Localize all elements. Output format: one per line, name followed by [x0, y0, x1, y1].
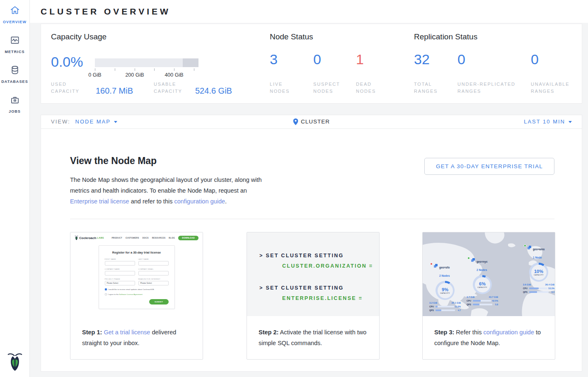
- sql-commands-illustration: > SET CLUSTER SETTING CLUSTER.ORGANIZATI…: [247, 232, 379, 316]
- unavailable-ranges-value: 0: [531, 51, 539, 68]
- gauge-tick: [135, 68, 135, 71]
- capacity-gauge-reserved-segment: [183, 58, 198, 67]
- node-map-heading: View the Node Map: [70, 155, 157, 167]
- nodes-cube-icon: [434, 262, 438, 270]
- live-nodes-value: 3: [270, 51, 278, 68]
- nodes-cube-icon: [528, 244, 532, 251]
- sidebar-item-overview[interactable]: OVERVIEW: [0, 5, 30, 24]
- license-agreement-link: Software License Agreement.: [119, 293, 143, 295]
- site-nav-item: CUSTOMERS: [126, 237, 139, 239]
- time-range-dropdown[interactable]: LAST 10 MIN: [524, 115, 572, 128]
- capacity-label: CAPACITY: [440, 292, 450, 294]
- locality-node-count: 2 Nodes: [439, 274, 450, 277]
- select-input: Please Select: [138, 281, 169, 285]
- under-replicated-ranges-label: UNDER-REPLICATED RANGES: [457, 81, 526, 95]
- cpu-label: CPU: [429, 305, 435, 308]
- warning-dot-icon: [430, 263, 433, 265]
- step2-caption: Step 2: Activate the trial license with …: [259, 327, 369, 348]
- select-input: Please Select: [105, 281, 135, 285]
- get-trial-license-link[interactable]: Get a trial license: [104, 329, 150, 336]
- capacity-label: CAPACITY: [534, 274, 544, 276]
- description-text: The Node Map shows the geographical layo…: [70, 176, 262, 194]
- used-capacity-label: USED CAPACITY: [51, 81, 89, 95]
- field-label: COMPANY NAME: [105, 268, 135, 270]
- live-nodes-label: LIVE NODES: [270, 81, 299, 95]
- configuration-guide-link[interactable]: configuration guide: [483, 329, 534, 336]
- cockroach-labs-logo-icon: [75, 235, 78, 240]
- qps-value: 5.8: [493, 303, 498, 306]
- total-capacity: 35.1 GiB: [452, 302, 461, 304]
- sql-setting: ENTERPRISE.LICENSE =: [282, 293, 379, 304]
- chevron-down-icon: [569, 121, 572, 123]
- capacity-percent: 6%: [479, 281, 486, 286]
- gauge-tick: [115, 68, 115, 71]
- suspect-nodes-label: SUSPECT NODES: [313, 81, 348, 95]
- locality-name: geo=ams: [533, 248, 544, 251]
- used-capacity: 3.7 GiB: [467, 296, 474, 298]
- metrics-icon: [10, 35, 20, 47]
- get-enterprise-trial-button[interactable]: GET A 30-DAY ENTERPRISE TRIAL: [424, 158, 554, 175]
- dead-nodes-label: DEAD NODES: [356, 81, 385, 95]
- capacity-usage-title: Capacity Usage: [51, 32, 106, 41]
- step1-card: Cockroach LABS PRODUCT CUSTOMERS DOCS RE…: [70, 232, 203, 360]
- time-range-value: LAST 10 MIN: [524, 118, 565, 125]
- text-input: [138, 271, 169, 276]
- capacity-donut: 10%CAPACITY: [529, 263, 548, 282]
- total-capacity: 43.7 GiB: [489, 296, 498, 298]
- cpu-value: 53.3%: [548, 287, 554, 290]
- qps-label: QPS: [523, 291, 528, 293]
- chevron-down-icon: [114, 121, 117, 123]
- sql-setting: CLUSTER.ORGANIZATION =: [282, 261, 379, 271]
- divider: [70, 219, 554, 219]
- view-dropdown[interactable]: NODE MAP: [75, 118, 111, 125]
- total-ranges-value: 32: [414, 51, 430, 68]
- sidebar-item-databases[interactable]: DATABASES: [0, 65, 30, 84]
- locality-name: geo=nyc: [477, 260, 488, 263]
- description-text: and refer to this: [129, 198, 174, 205]
- capacity-percent: 10%: [534, 269, 543, 274]
- sql-prompt: >: [259, 285, 264, 291]
- site-nav-item: DOCS: [143, 237, 149, 239]
- description-text: .: [225, 198, 227, 205]
- enterprise-trial-license-link[interactable]: Enterprise trial license: [70, 198, 129, 205]
- field-label: LAST NAME: [138, 258, 169, 260]
- field-label: COMPANY EMAIL: [138, 268, 169, 270]
- qps-label: QPS: [429, 309, 435, 312]
- locality-widget-nyc: geo=nyc2 Nodes 6%CAPACITY 3.7 GiB43.7 Gi…: [466, 256, 499, 306]
- labs-wordmark: LABS: [97, 237, 104, 239]
- sql-prompt: >: [259, 253, 264, 259]
- node-map-description: The Node Map shows the geographical layo…: [70, 174, 265, 207]
- gauge-tick-label: 200 GiB: [121, 72, 148, 78]
- healthy-dot-icon: [524, 244, 526, 247]
- field-label: PROJECT PHASE: [105, 278, 135, 280]
- cpu-value: 11.0%: [455, 305, 461, 308]
- site-nav-item: BLOG: [169, 237, 175, 239]
- total-ranges-label: TOTAL RANGES: [414, 81, 447, 95]
- text-input: [138, 261, 169, 266]
- home-icon: [10, 5, 20, 17]
- unavailable-ranges-label: UNAVAILABLE RANGES: [531, 81, 581, 95]
- under-replicated-ranges-value: 0: [457, 51, 465, 68]
- checkbox-label: I agree to the: [108, 293, 119, 295]
- used-capacity-value: 160.7 MiB: [96, 86, 133, 96]
- trial-registration-form: Register for a 30-day trial license FIRS…: [99, 245, 175, 309]
- capacity-percent: 0.0%: [51, 54, 83, 70]
- sidebar-item-metrics[interactable]: METRICS: [0, 35, 30, 54]
- node-status-title: Node Status: [270, 32, 313, 41]
- sidebar-item-jobs[interactable]: JOBS: [0, 94, 30, 114]
- total-capacity: 36.4 GiB: [545, 283, 554, 286]
- step2-card: > SET CLUSTER SETTING CLUSTER.ORGANIZATI…: [247, 232, 380, 360]
- step3-caption: Step 3: Refer this configuration guide t…: [434, 327, 545, 348]
- gauge-tick: [95, 68, 95, 71]
- locality-node-count: 1 Node: [533, 256, 542, 259]
- checkbox-checked: [105, 288, 107, 290]
- sql-command: SET CLUSTER SETTING: [266, 253, 344, 259]
- view-bar: VIEW:NODE MAP CLUSTER LAST 10 MIN: [41, 115, 582, 129]
- step1-caption: Step 1: Get a trial license delivered st…: [82, 327, 193, 348]
- sidebar-item-label: DATABASES: [1, 80, 28, 84]
- configuration-guide-link[interactable]: configuration guide: [174, 198, 225, 205]
- node-map-preview: geo=sfo2 Nodes 9%CAPACITY 3.2 GiB35.1 Gi…: [423, 232, 555, 316]
- qps-label: QPS: [467, 303, 472, 306]
- text-input: [105, 271, 135, 276]
- locality-widget-sfo: geo=sfo2 Nodes 9%CAPACITY 3.2 GiB35.1 Gi…: [428, 262, 462, 312]
